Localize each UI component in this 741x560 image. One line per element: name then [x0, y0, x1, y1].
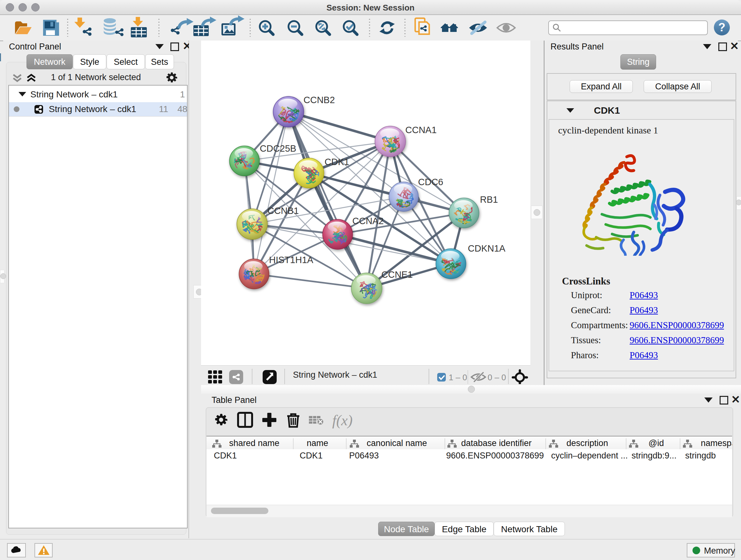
svg-text:1 – 0: 1 – 0 — [449, 373, 467, 382]
svg-text:CCNB2: CCNB2 — [304, 95, 335, 105]
svg-text:CCNE1: CCNE1 — [381, 269, 413, 280]
svg-text:RB1: RB1 — [480, 194, 498, 205]
svg-text:CDC6: CDC6 — [418, 177, 443, 187]
svg-text:CCNA2: CCNA2 — [352, 216, 384, 226]
svg-text:HIST1H1A: HIST1H1A — [269, 255, 313, 265]
svg-text:CDC25B: CDC25B — [260, 143, 296, 153]
svg-text:CCNB1: CCNB1 — [267, 206, 299, 216]
svg-text:f(x): f(x) — [332, 412, 353, 428]
svg-text:0 – 0: 0 – 0 — [488, 373, 506, 382]
svg-text:CDK1: CDK1 — [325, 157, 349, 167]
svg-text:CCNA1: CCNA1 — [405, 125, 436, 135]
svg-text:CDKN1A: CDKN1A — [468, 243, 506, 253]
